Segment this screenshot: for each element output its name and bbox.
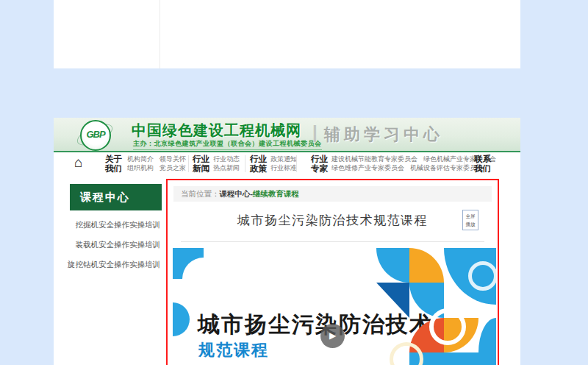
fullscreen-button-line2: 播放 [463,220,478,228]
slogan-separator: | [312,122,318,143]
course-main-panel: 当前位置：课程中心-继续教育课程 城市扬尘污染防治技术规范课程 全屏 播放 城市… [166,179,499,365]
home-icon[interactable]: ⌂ [74,155,82,171]
site-logo-icon[interactable]: GBP [80,120,111,151]
video-player-thumbnail[interactable]: 城市扬尘污染防治技术 规范课程 ▶ [173,248,496,365]
nav-link-org-structure[interactable]: 组织机构 [127,164,154,171]
banner-semicircle-shape [173,302,190,336]
nav-link-green-repair-committee[interactable]: 绿色维修产业专家委员会 [331,164,404,171]
course-page-title: 城市扬尘污染防治技术规范课程 [168,212,498,229]
site-slogan: 辅助学习中心 [324,124,443,146]
sidebar-course-center-title[interactable]: 课程中心 [70,184,162,210]
nav-divider [296,155,297,172]
nav-divider [245,155,245,172]
breadcrumb-label: 当前位置： [181,189,220,198]
nav-policy[interactable]: 行业 政策 [250,155,267,173]
nav-news-sublinks: 行业动态 热点新闻 [213,155,245,172]
nav-link-policy-notice[interactable]: 政策通知 [270,155,297,163]
breadcrumb: 当前位置：课程中心-继续教育课程 [173,186,492,202]
nav-news[interactable]: 行业 新闻 [193,155,209,173]
breadcrumb-course-center[interactable]: 课程中心- [220,189,254,198]
sidebar-course-list: 挖掘机安全操作实操培训 装载机安全操作实操培训 旋挖钻机安全操作实操培训 [54,210,160,270]
nav-link-equipment-eval-committee[interactable]: 机械设备评估专家委员会 [410,164,483,171]
nav-about-sublinks: 机构简介领导关怀 组织机构党员之家 [127,155,192,172]
top-panel-divider [159,0,160,68]
site-subtitle: 主办：北京绿色建筑产业联盟（联合会）建设工程机械委员会 [133,139,322,150]
nav-link-leader-care[interactable]: 领导关怀 [159,155,186,163]
content-area: 课程中心 挖掘机安全操作实操培训 装载机安全操作实操培训 旋挖钻机安全操作实操培… [54,175,520,365]
nav-contact[interactable]: 联系 我们 [474,155,491,173]
site-header: GBP 中国绿色建设工程机械网 主办：北京绿色建筑产业联盟（联合会）建设工程机械… [54,118,520,152]
fullscreen-play-button[interactable]: 全屏 播放 [462,210,478,230]
nav-about[interactable]: 关于 我们 [105,155,122,173]
nav-divider [188,155,189,172]
site-title: 中国绿色建设工程机械网 [132,121,301,141]
main-navbar: ⌂ 关于 我们 机构简介领导关怀 组织机构党员之家 行业 新闻 行业动态 热点新… [54,152,520,176]
fullscreen-button-line1: 全屏 [463,212,478,220]
nav-divider [464,155,465,172]
nav-link-energy-committee[interactable]: 建设机械节能教育专家委员会 [331,155,417,163]
nav-link-industry-trends[interactable]: 行业动态 [213,155,240,163]
banner-geometric-collage [376,248,496,365]
sidebar-item-rotary-drill-training[interactable]: 旋挖钻机安全操作实操培训 [54,260,160,270]
banner-corner-shape [173,248,204,279]
nav-link-industry-standard[interactable]: 行业标准 [270,164,297,171]
nav-experts[interactable]: 行业 专家 [311,155,328,173]
sidebar-item-excavator-training[interactable]: 挖掘机安全操作实操培训 [54,220,160,230]
nav-link-hot-news[interactable]: 热点新闻 [213,164,240,171]
video-title-line2: 规范课程 [198,339,269,361]
top-white-panel [54,0,520,68]
title-divider [181,241,484,242]
nav-link-party-home[interactable]: 党员之家 [159,164,186,171]
breadcrumb-current-page[interactable]: 继续教育课程 [253,189,299,198]
nav-link-org-intro[interactable]: 机构简介 [127,155,154,163]
nav-policy-sublinks: 政策通知 行业标准 [270,155,303,172]
play-button-icon[interactable]: ▶ [320,324,345,348]
sidebar-item-loader-training[interactable]: 装载机安全操作实操培训 [54,240,160,250]
